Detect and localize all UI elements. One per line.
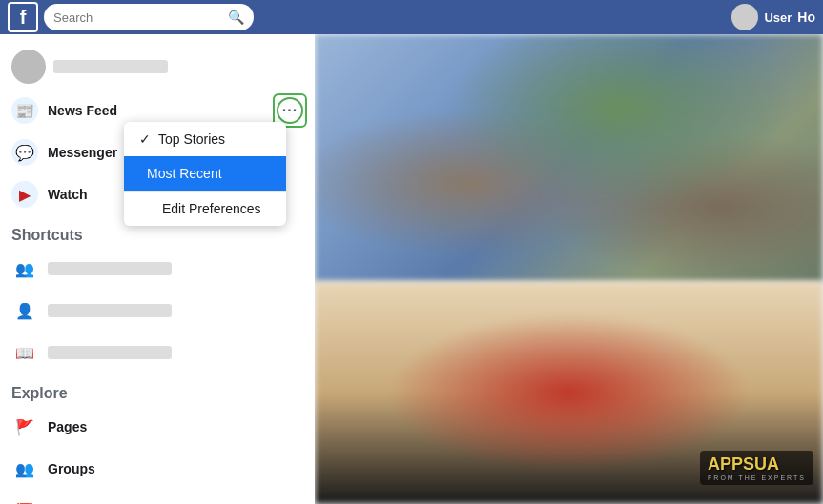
watch-icon: ▶: [11, 181, 38, 208]
content-area: APPSUA FROM THE EXPERTS: [315, 34, 823, 504]
most-recent-label: Most Recent: [147, 166, 222, 181]
appsua-logo-text: APPSUA: [708, 454, 806, 474]
shortcut-icon-3: 📖: [11, 339, 38, 366]
sidebar-item-events[interactable]: 📅 Events: [0, 490, 315, 504]
news-feed-options-button[interactable]: ···: [277, 97, 303, 124]
watermark: APPSUA FROM THE EXPERTS: [700, 451, 813, 485]
sidebar-item-pages[interactable]: 🚩 Pages: [0, 406, 315, 448]
nav-right: User Ho: [731, 4, 815, 30]
shortcut-item-3[interactable]: 📖: [0, 332, 315, 373]
explore-section-label: Explore: [0, 373, 315, 406]
shortcut-label-2: [48, 304, 172, 317]
nav-avatar: [731, 4, 758, 30]
top-stories-label: Top Stories: [158, 131, 225, 147]
shortcut-icon-2: 👤: [11, 297, 38, 324]
user-avatar: [11, 50, 46, 84]
search-bar[interactable]: 🔍: [44, 4, 254, 30]
search-button[interactable]: 🔍: [228, 10, 244, 25]
pages-icon: 🚩: [11, 413, 38, 440]
news-feed-dropdown: ✓ Top Stories Most Recent Edit Preferenc…: [124, 122, 286, 226]
appsua-subtitle: FROM THE EXPERTS: [708, 474, 806, 481]
messenger-icon: 💬: [11, 139, 38, 166]
top-stories-check-icon: ✓: [139, 131, 151, 147]
nav-user-name: User: [764, 10, 792, 25]
news-feed-label: News Feed: [48, 103, 303, 118]
shortcut-label-3: [48, 346, 172, 359]
dropdown-top-stories[interactable]: ✓ Top Stories: [124, 122, 286, 156]
dropdown-most-recent[interactable]: Most Recent: [124, 156, 286, 191]
groups-icon: 👥: [11, 455, 38, 482]
shortcut-icon-1: 👥: [11, 255, 38, 282]
pages-label: Pages: [48, 419, 87, 434]
shortcut-label-1: [48, 262, 172, 275]
edit-preferences-label: Edit Preferences: [162, 201, 261, 216]
search-input[interactable]: [53, 10, 224, 25]
nav-ho: Ho: [797, 10, 815, 25]
sidebar-item-groups[interactable]: 👥 Groups: [0, 448, 315, 490]
sidebar-user[interactable]: [0, 44, 315, 90]
top-navigation: f 🔍 User Ho: [0, 0, 823, 34]
shortcut-item-2[interactable]: 👤: [0, 290, 315, 332]
dropdown-overlay: ✓ Top Stories Most Recent Edit Preferenc…: [124, 122, 286, 226]
dropdown-edit-preferences[interactable]: Edit Preferences: [124, 192, 286, 226]
shortcut-item-1[interactable]: 👥: [0, 248, 315, 290]
events-icon: 📅: [11, 497, 38, 504]
facebook-logo: f: [8, 2, 38, 32]
map-background: [315, 34, 823, 282]
user-name-placeholder: [53, 60, 168, 73]
watermark-logo: APPSUA FROM THE EXPERTS: [700, 451, 813, 485]
sidebar: 📰 News Feed ··· 💬 Messenger ▶ Watch Shor…: [0, 34, 315, 504]
groups-label: Groups: [48, 461, 95, 476]
main-layout: 📰 News Feed ··· 💬 Messenger ▶ Watch Shor…: [0, 34, 823, 504]
news-feed-icon: 📰: [11, 97, 38, 124]
